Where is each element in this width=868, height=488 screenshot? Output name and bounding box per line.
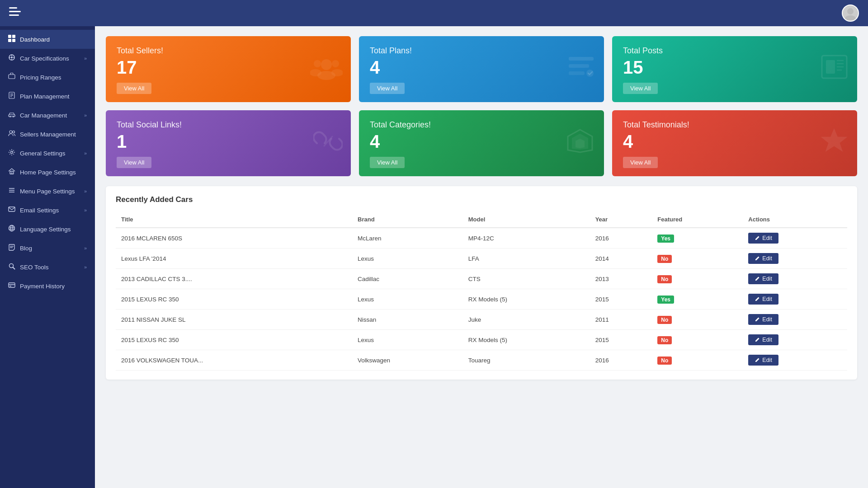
svg-point-52 [586,70,594,77]
car-actions: Edit [743,228,847,249]
sidebar: Dashboard Car Specifications » Pricing R… [0,26,95,488]
sidebar-label-dashboard: Dashboard [20,36,50,43]
sidebar-item-home-page-settings[interactable]: Home Page Settings [0,163,95,182]
svg-rect-2 [9,14,19,16]
col-actions: Actions [743,211,847,228]
sidebar-item-plan-management[interactable]: Plan Management [0,87,95,106]
car-model: MP4-12C [463,228,590,249]
view-all-button-total-testimonials[interactable]: View All [623,157,658,168]
edit-button[interactable]: Edit [748,355,778,366]
svg-rect-54 [826,60,835,74]
edit-button[interactable]: Edit [748,334,778,345]
card-title-total-categories: Total Categories! [370,120,593,130]
sidebar-label-blog: Blog [20,245,32,252]
sidebar-item-pricing-ranges[interactable]: Pricing Ranges [0,68,95,87]
payment-history-icon [8,282,15,291]
view-all-button-total-sellers[interactable]: View All [117,83,151,94]
sidebar-label-email-settings: Email Settings [20,207,59,214]
car-model: RX Models (5) [463,289,590,310]
featured-badge: Yes [657,235,674,243]
arrow-icon-menu-page-settings: » [84,188,87,194]
sidebar-item-email-settings[interactable]: Email Settings » [0,201,95,220]
sidebar-item-sellers-management[interactable]: Sellers Management [0,125,95,144]
svg-rect-27 [11,172,13,174]
car-model: CTS [463,269,590,289]
view-all-button-total-social-links[interactable]: View All [117,157,151,168]
car-title: 2011 NISSAN JUKE SL [116,310,352,330]
card-title-total-social-links: Total Social Links! [117,120,340,130]
sidebar-label-seo-tools: SEO Tools [20,264,49,271]
card-number-total-sellers: 17 [117,58,340,76]
sidebar-item-seo-tools[interactable]: SEO Tools » [0,258,95,277]
view-all-button-total-posts[interactable]: View All [623,83,658,94]
sidebar-item-menu-page-settings[interactable]: Menu Page Settings » [0,182,95,201]
sidebar-item-language-settings[interactable]: Language Settings [0,220,95,239]
car-title: 2016 MCLAREN 650S [116,228,352,249]
card-number-total-posts: 15 [623,58,846,76]
svg-point-23 [9,131,12,133]
stat-card-total-sellers: Total Sellers! 17 View All [106,36,351,102]
svg-marker-63 [822,130,846,150]
svg-point-4 [845,15,856,20]
stat-card-total-plans: Total Plans! 4 View All [359,36,604,102]
svg-point-32 [9,225,15,231]
view-all-button-total-plans[interactable]: View All [370,83,405,94]
menu-icon[interactable] [9,7,21,19]
sidebar-item-payment-history[interactable]: Payment History [0,277,95,296]
car-brand: Cadillac [352,269,463,289]
seo-tools-icon [8,263,15,272]
arrow-icon-general-settings: » [84,150,87,156]
car-model: Touareg [463,350,590,371]
card-icon-total-posts [820,51,849,88]
card-number-total-categories: 4 [370,132,593,150]
sidebar-item-dashboard[interactable]: Dashboard [0,30,95,49]
car-specifications-icon [8,54,15,63]
svg-point-25 [11,151,13,154]
car-year: 2016 [590,350,652,371]
table-row: 2013 CADILLAC CTS 3.... Cadillac CTS 201… [116,269,847,289]
car-actions: Edit [743,350,847,371]
menu-page-settings-icon [8,187,15,196]
edit-button[interactable]: Edit [748,314,778,325]
edit-button[interactable]: Edit [748,253,778,264]
svg-rect-20 [9,115,15,117]
view-all-button-total-categories[interactable]: View All [370,157,405,168]
sidebar-label-pricing-ranges: Pricing Ranges [20,74,61,81]
stat-card-total-testimonials: Total Testimonials! 4 View All [612,110,857,176]
home-page-settings-icon [8,168,15,177]
svg-rect-5 [8,35,11,38]
car-year: 2014 [590,249,652,269]
sidebar-label-home-page-settings: Home Page Settings [20,169,76,176]
car-model: RX Models (5) [463,330,590,350]
sidebar-label-sellers-management: Sellers Management [20,131,76,138]
sidebar-item-general-settings[interactable]: General Settings » [0,144,95,163]
sidebar-item-car-specifications[interactable]: Car Specifications » [0,49,95,68]
svg-rect-40 [9,283,15,287]
svg-point-24 [13,131,15,133]
blog-icon [8,244,15,253]
dashboard-icon [8,35,15,44]
card-title-total-plans: Total Plans! [370,46,593,56]
table-row: Lexus LFA '2014 Lexus LFA 2014 No Edit [116,249,847,269]
edit-button[interactable]: Edit [748,294,778,305]
edit-button[interactable]: Edit [748,273,778,284]
stat-card-total-posts: Total Posts 15 View All [612,36,857,102]
svg-point-48 [331,69,343,76]
col-model: Model [463,211,590,228]
card-number-total-social-links: 1 [117,132,340,150]
arrow-icon-seo-tools: » [84,264,87,270]
col-year: Year [590,211,652,228]
svg-rect-51 [569,71,585,75]
avatar[interactable] [842,5,859,22]
svg-rect-7 [8,39,11,42]
table-row: 2015 LEXUS RC 350 Lexus RX Models (5) 20… [116,289,847,310]
col-featured: Featured [652,211,743,228]
card-icon-total-plans [566,51,596,88]
car-brand: Nissan [352,310,463,330]
sidebar-item-blog[interactable]: Blog » [0,239,95,258]
sidebar-item-car-management[interactable]: Car Management » [0,106,95,125]
svg-rect-6 [12,35,15,38]
car-featured: No [652,330,743,350]
car-brand: Lexus [352,249,463,269]
edit-button[interactable]: Edit [748,233,778,244]
